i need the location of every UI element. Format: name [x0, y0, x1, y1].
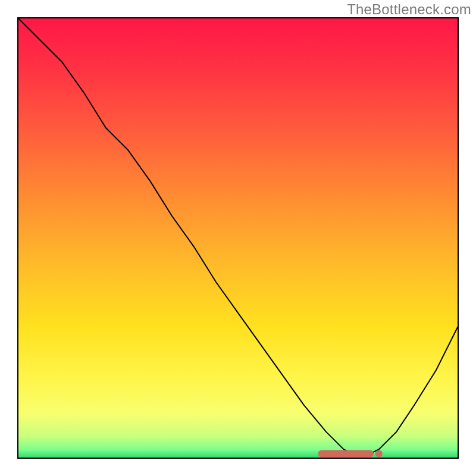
optimal-marker-dot	[375, 450, 383, 458]
plot-background	[18, 18, 458, 458]
chart-svg	[0, 0, 476, 476]
watermark-text: TheBottleneck.com	[347, 1, 471, 18]
